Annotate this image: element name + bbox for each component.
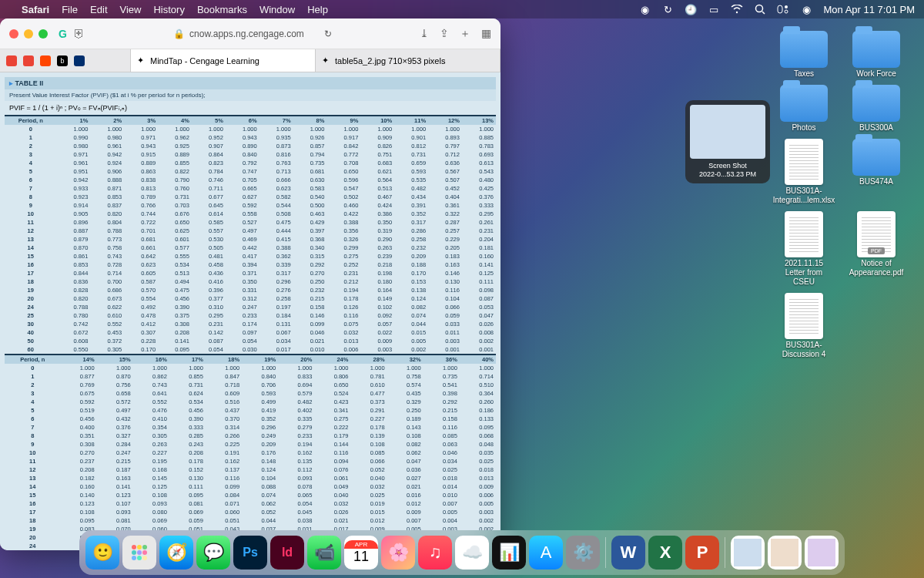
- menu-file[interactable]: File: [62, 4, 78, 15]
- desktop-label: Photos: [792, 123, 815, 133]
- table-title: TABLE II: [15, 79, 44, 87]
- svg-point-8: [142, 545, 147, 549]
- clock-icon[interactable]: 🕘: [685, 3, 697, 15]
- screenshot-time: 2022-0...53.23 PM: [699, 170, 756, 178]
- download-icon[interactable]: ⤓: [420, 27, 429, 41]
- svg-point-0: [736, 12, 738, 13]
- tab-image[interactable]: ✦ table5a_2.jpg 710×953 pixels: [316, 49, 500, 72]
- search-icon[interactable]: [754, 3, 766, 15]
- close-button[interactable]: [9, 29, 18, 39]
- shield-icon[interactable]: ⛨: [73, 27, 85, 41]
- b-icon[interactable]: b: [57, 55, 68, 66]
- desktop-item[interactable]: BUS300A: [846, 85, 906, 133]
- menu-view[interactable]: View: [120, 4, 142, 15]
- dock-messages[interactable]: 💬: [196, 536, 230, 570]
- mindtap-favicon: ✦: [137, 55, 144, 66]
- svg-point-12: [132, 556, 136, 560]
- menu-bookmarks[interactable]: Bookmarks: [197, 4, 247, 15]
- record-icon[interactable]: ◉: [638, 3, 651, 15]
- siri-icon[interactable]: ◉: [800, 3, 812, 15]
- dock-minimized-3[interactable]: [805, 536, 839, 570]
- dock-word[interactable]: W: [611, 536, 645, 570]
- menu-edit[interactable]: Edit: [90, 4, 107, 15]
- display-icon[interactable]: ▭: [708, 3, 720, 15]
- dock-launchpad[interactable]: [122, 536, 156, 570]
- tab-label: table5a_2.jpg 710×953 pixels: [335, 56, 445, 66]
- lock-icon: 🔒: [173, 29, 185, 39]
- dock-music[interactable]: ♫: [418, 536, 452, 570]
- dock-separator-2: [725, 537, 725, 568]
- screenshot-thumbnail: [690, 105, 765, 159]
- share-icon[interactable]: ⇪: [440, 27, 449, 41]
- new-tab-icon[interactable]: ＋: [460, 27, 470, 41]
- svg-point-7: [137, 545, 142, 549]
- dock-minimized-2[interactable]: [768, 536, 802, 570]
- desktop-label: BUS474A: [859, 177, 893, 187]
- dock-finder[interactable]: 🙂: [85, 536, 119, 570]
- svg-point-10: [137, 550, 142, 555]
- desktop-item[interactable]: Notice of Appearance.pdf: [846, 211, 906, 287]
- dock-excel[interactable]: X: [648, 536, 682, 570]
- svg-point-11: [142, 550, 147, 555]
- desktop-label: BUS301A-Discussion 4: [774, 341, 834, 359]
- image-favicon: ✦: [322, 55, 329, 66]
- dock-facetime[interactable]: 📹: [307, 536, 341, 570]
- svg-point-1: [756, 5, 763, 12]
- desktop-item[interactable]: BUS474A: [846, 139, 906, 205]
- dock-onedrive[interactable]: ☁️: [455, 536, 489, 570]
- folder-icon: [852, 85, 900, 122]
- gmail-icon[interactable]: [6, 55, 17, 66]
- svg-point-14: [142, 556, 147, 560]
- url-text: cnow.apps.ng.cengage.com: [189, 29, 304, 39]
- star-icon[interactable]: [74, 55, 85, 66]
- address-bar[interactable]: 🔒 cnow.apps.ng.cengage.com ↻: [92, 29, 413, 39]
- tab-mindtap[interactable]: ✦ MindTap - Cengage Learning: [131, 49, 316, 72]
- table-subtitle: Present Value Interest Factor (PVIF) ($1…: [5, 89, 496, 101]
- tab-label: MindTap - Cengage Learning: [150, 56, 259, 66]
- tabs-icon[interactable]: ▦: [481, 27, 491, 41]
- menubar-clock[interactable]: Mon Apr 11 7:01 PM: [823, 4, 915, 15]
- dock-settings[interactable]: ⚙️: [566, 536, 600, 570]
- grammarly-icon[interactable]: G: [59, 28, 67, 40]
- sync-icon[interactable]: ↻: [661, 3, 674, 15]
- reddit-icon[interactable]: [40, 55, 51, 66]
- menu-window[interactable]: Window: [259, 4, 295, 15]
- dock-separator: [605, 537, 606, 568]
- app-name[interactable]: Safari: [22, 4, 49, 15]
- desktop-item[interactable]: Taxes: [774, 31, 834, 79]
- menu-history[interactable]: History: [153, 4, 184, 15]
- desktop-label: 2021.11.15 Letter from CSEU: [774, 259, 834, 287]
- document-icon: [785, 293, 823, 339]
- desktop-item[interactable]: Photos: [774, 85, 834, 133]
- table-formula: PVIF = 1 / (1 + i)ⁿ ; PV₀ = FVₙ(PVIFᵢ,ₙ): [5, 101, 496, 115]
- desktop-item[interactable]: 2021.11.15 Letter from CSEU: [774, 211, 834, 287]
- minimize-button[interactable]: [24, 29, 33, 39]
- zoom-button[interactable]: [38, 29, 48, 39]
- dock-stocks[interactable]: 📊: [492, 536, 526, 570]
- desktop-item[interactable]: BUS301A-Integrati...lem.xlsx: [774, 139, 834, 205]
- screenshot-preview[interactable]: Screen Shot2022-0...53.23 PM: [685, 100, 770, 183]
- dock-calendar[interactable]: APR 11: [344, 536, 378, 570]
- gmail-icon-2[interactable]: [23, 55, 34, 66]
- dock-indesign[interactable]: Id: [270, 536, 304, 570]
- dock-safari[interactable]: 🧭: [159, 536, 193, 570]
- pvif-table-1: Period, n1%2%3%4%5%6%7%8%9%10%11%12%13%0…: [5, 116, 496, 354]
- tab-group-pinned[interactable]: b: [0, 49, 131, 72]
- wifi-icon[interactable]: [731, 3, 743, 15]
- page-content[interactable]: ▸ TABLE II Present Value Interest Factor…: [0, 72, 500, 550]
- dock-photos[interactable]: 🌸: [381, 536, 415, 570]
- calendar-day: 11: [353, 549, 369, 565]
- menu-help[interactable]: Help: [307, 4, 328, 15]
- svg-rect-3: [778, 5, 782, 13]
- reload-icon[interactable]: ↻: [324, 29, 332, 39]
- safari-window: G ⛨ 🔒 cnow.apps.ng.cengage.com ↻ ⤓ ⇪ ＋ ▦…: [0, 18, 500, 550]
- control-center-icon[interactable]: [777, 3, 789, 15]
- dock-photoshop[interactable]: Ps: [233, 536, 267, 570]
- document-icon: [785, 139, 823, 185]
- dock-powerpoint[interactable]: P: [685, 536, 719, 570]
- desktop-item[interactable]: BUS301A-Discussion 4: [774, 293, 834, 359]
- dock-minimized-1[interactable]: [731, 536, 765, 570]
- tab-bar: b ✦ MindTap - Cengage Learning ✦ table5a…: [0, 49, 500, 72]
- dock-appstore[interactable]: A: [529, 536, 563, 570]
- desktop-item[interactable]: Work Force: [846, 31, 906, 79]
